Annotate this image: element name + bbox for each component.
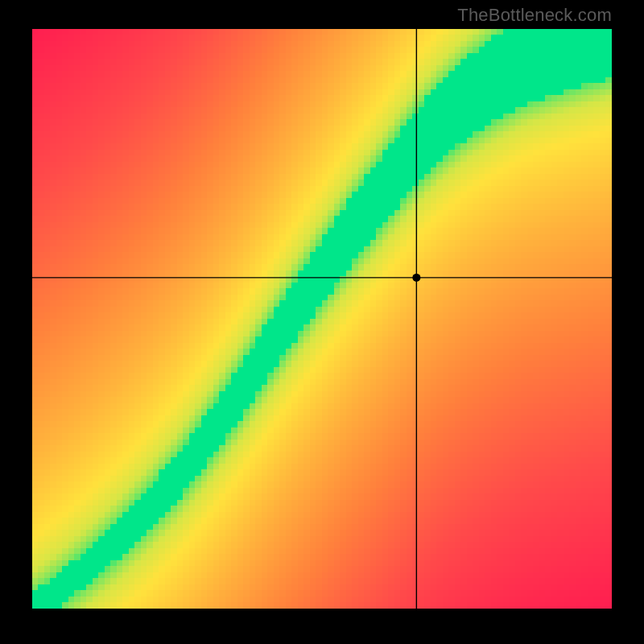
chart-frame: TheBottleneck.com: [0, 0, 644, 644]
heatmap-canvas: [32, 29, 612, 609]
heatmap-plot: [32, 29, 612, 609]
watermark-text: TheBottleneck.com: [457, 5, 612, 26]
